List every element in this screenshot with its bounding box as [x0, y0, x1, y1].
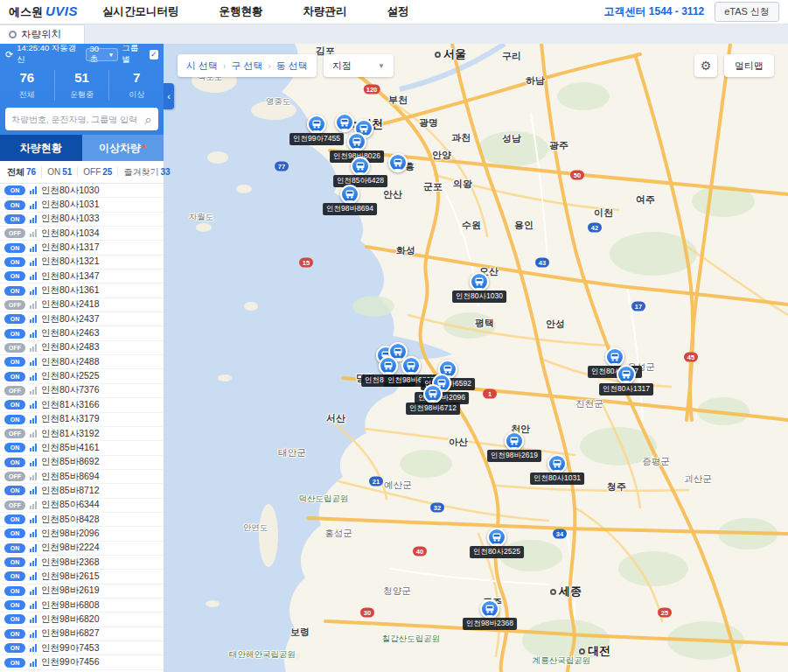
region-step-3[interactable]: 동 선택 [276, 60, 308, 73]
vehicle-marker[interactable]: 인천98바8026 [347, 132, 366, 151]
menu-item-2[interactable]: 운행현황 [220, 4, 263, 19]
vehicle-row[interactable]: ON인천98바6820 [0, 612, 164, 626]
filter-즐겨찾기[interactable]: 즐겨찾기33 [118, 166, 175, 178]
route-shield-34: 34 [553, 529, 567, 539]
vehicle-marker[interactable]: 인천80사6437 [605, 347, 624, 367]
vehicle-marker[interactable] [388, 153, 408, 172]
region-step-2[interactable]: 구 선택 [231, 60, 262, 73]
map-settings-button[interactable]: ⚙ [694, 54, 717, 77]
refresh-icon[interactable]: ⟳ [5, 49, 13, 60]
marker-plate-label: 인천99아7455 [289, 133, 344, 145]
status-badge: ON [4, 286, 25, 296]
tab-vehicle-location[interactable]: 차량위치 [0, 24, 85, 44]
vehicle-row[interactable]: ON인천80사1317 [0, 241, 164, 255]
vehicle-row[interactable]: ON인천85바8692 [0, 456, 164, 470]
vehicle-row[interactable]: ON인천81사3179 [0, 413, 164, 427]
vehicle-row[interactable]: OFF인천81사3192 [0, 427, 164, 441]
vehicle-row[interactable]: ON인천80사2463 [0, 326, 164, 340]
signal-icon [30, 572, 37, 580]
vehicle-plate: 인천80사2488 [41, 356, 100, 368]
vehicle-row[interactable]: ON인천85바4161 [0, 441, 164, 455]
menu-item-1[interactable]: 실시간모니터링 [102, 4, 179, 19]
vehicle-marker[interactable]: 인천98바6808 [401, 356, 421, 375]
search-icon[interactable]: ⌕ [145, 113, 152, 126]
etas-request-button[interactable]: eTAS 신청 [715, 2, 779, 22]
sidebar-collapse-handle[interactable]: ‹ [164, 83, 174, 109]
vehicle-row[interactable]: ON인천80사1033 [0, 213, 164, 227]
menu-item-4[interactable]: 설정 [387, 4, 409, 19]
branch-selector[interactable]: 지점 ▼ [324, 54, 394, 77]
filter-ON[interactable]: ON51 [42, 167, 78, 177]
vehicle-row[interactable]: OFF인천85바8694 [0, 470, 164, 484]
vehicle-plate: 인천99아7456 [41, 656, 100, 668]
status-badge: ON [4, 400, 25, 410]
vehicle-row[interactable]: ON인천99아7453 [0, 641, 164, 655]
vehicle-row[interactable]: OFF인천80사2483 [0, 341, 164, 355]
sidebar-tab-2[interactable]: 이상차량* [82, 135, 164, 161]
vehicle-row[interactable]: ON인천98바6808 [0, 598, 164, 612]
vehicle-row[interactable]: ON인천80사1347 [0, 270, 164, 284]
vehicle-row[interactable]: ON인천80사1030 [0, 184, 164, 198]
vehicle-row[interactable]: OFF인천80사7376 [0, 384, 164, 398]
vehicle-marker[interactable]: 인천80사1317 [617, 365, 636, 384]
app-logo[interactable]: 에스원 UVIS [9, 4, 78, 20]
vehicle-plate: 인천85아8428 [41, 514, 100, 526]
vehicle-list[interactable]: ON인천80사1030ON인천80사1031ON인천80사1033OFF인천80… [0, 184, 164, 672]
vehicle-row[interactable]: ON인천98바2368 [0, 556, 164, 570]
vehicle-marker[interactable]: 인천98바6712 [423, 384, 443, 403]
place-label-수원: 수원 [462, 219, 481, 232]
status-badge: ON [4, 357, 25, 367]
signal-icon [30, 344, 37, 352]
vehicle-plate: 인천98바6808 [41, 599, 100, 612]
vehicle-row[interactable]: ON인천85아8428 [0, 513, 164, 527]
region-step-1[interactable]: 시 선택 [186, 60, 218, 73]
vehicle-row[interactable]: ON인천99아7456 [0, 655, 164, 669]
filter-전체[interactable]: 전체76 [2, 166, 42, 178]
search-input[interactable] [11, 115, 145, 124]
vehicle-row[interactable]: ON인천98바2619 [0, 584, 164, 598]
vehicle-row[interactable]: ON인천98바2615 [0, 570, 164, 584]
vehicle-marker[interactable]: 인천99아7455 [307, 115, 326, 134]
vehicle-marker[interactable]: 인천98바2368 [480, 599, 499, 619]
vehicle-plate: 인천80사2463 [41, 327, 100, 340]
vehicle-marker[interactable]: 인천80사2437 [379, 356, 398, 375]
sidebar-tab-1[interactable]: 차량현황 [0, 135, 82, 161]
route-shield-45: 45 [684, 353, 698, 362]
status-badge: ON [4, 271, 25, 281]
vehicle-row[interactable]: ON인천85바8712 [0, 484, 164, 498]
logo-text-brand: UVIS [45, 4, 78, 18]
vehicle-row[interactable]: OFF인천85아6344 [0, 499, 164, 513]
map-area[interactable]: 서울김포구리하남부천광명인천성남광주과천안양시흥군포의왕안산수원용인이천여주화성… [164, 44, 788, 672]
tab-status-icon [9, 31, 17, 38]
vehicle-marker[interactable] [335, 113, 354, 132]
vehicle-marker[interactable]: 인천80사1030 [470, 272, 489, 291]
vehicle-row[interactable]: ON인천98바2096 [0, 527, 164, 541]
vehicle-marker[interactable]: 인천85아6428 [351, 157, 370, 176]
vehicle-row[interactable]: ON인천80사1031 [0, 198, 164, 212]
interval-select[interactable]: 30초 ▼ [86, 48, 119, 61]
multimap-button[interactable]: 멀티맵 [724, 54, 774, 77]
place-label-영종도: 영종도 [266, 96, 291, 108]
filter-OFF[interactable]: OFF25 [78, 167, 118, 177]
tab-bar: 차량위치 [0, 24, 788, 44]
vehicle-row[interactable]: ON인천80사1321 [0, 256, 164, 270]
vehicle-row[interactable]: ON인천80사2488 [0, 355, 164, 369]
place-label-괴산군: 괴산군 [684, 473, 712, 486]
vehicle-row[interactable]: ON인천98바2224 [0, 542, 164, 556]
vehicle-marker[interactable]: 인천80사1031 [547, 454, 567, 473]
vehicle-row[interactable]: ON인천81사3166 [0, 398, 164, 412]
vehicle-marker[interactable]: 인천80사2525 [487, 528, 506, 547]
vehicle-marker[interactable]: 인천98바8694 [340, 185, 359, 204]
menu-item-3[interactable]: 차량관리 [303, 4, 347, 19]
vehicle-row[interactable]: ON인천98바6827 [0, 627, 164, 641]
region-selector[interactable]: 시 선택›구 선택›동 선택 [178, 54, 317, 77]
vehicle-row[interactable]: OFF인천80사1034 [0, 227, 164, 241]
vehicle-row[interactable]: OFF인천80사2418 [0, 298, 164, 312]
vehicle-marker[interactable]: 인천98바2619 [505, 431, 524, 451]
groupby-checkbox[interactable]: 그룹별 ✓ [122, 43, 158, 66]
vehicle-row[interactable]: ON인천80사2437 [0, 312, 164, 326]
signal-icon [30, 515, 37, 523]
vehicle-plate: 인천81사3166 [41, 399, 100, 411]
vehicle-row[interactable]: ON인천80사2525 [0, 369, 164, 383]
vehicle-row[interactable]: ON인천80사1361 [0, 284, 164, 298]
